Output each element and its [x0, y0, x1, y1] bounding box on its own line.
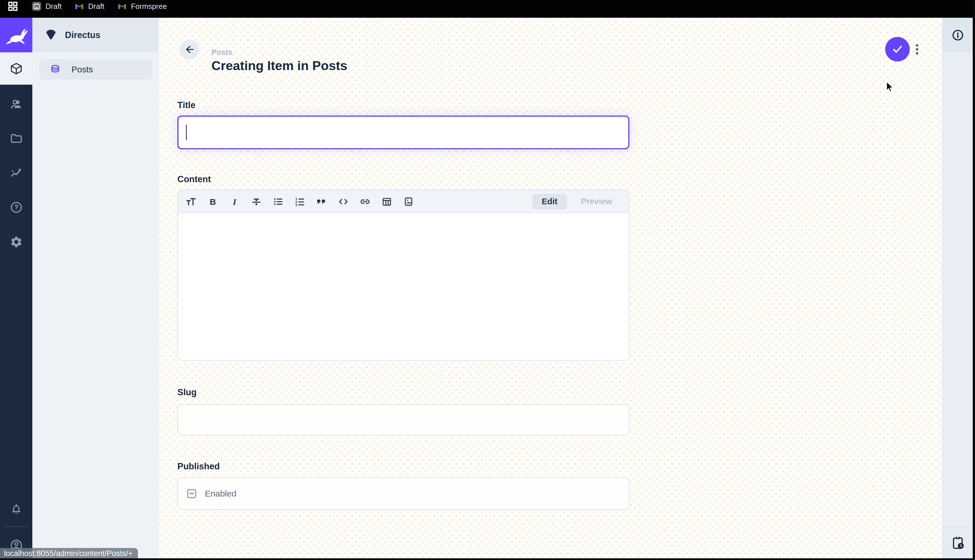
- bell-icon: [10, 503, 23, 515]
- table-icon[interactable]: [376, 190, 398, 213]
- browser-tab-label: Draft: [88, 2, 104, 11]
- content-editor-body[interactable]: [178, 214, 629, 360]
- info-icon: [952, 29, 964, 42]
- svg-text:31: 31: [35, 6, 38, 9]
- database-icon: [50, 64, 61, 75]
- right-rail-header: [943, 18, 973, 52]
- dot: [916, 48, 918, 51]
- module-bar-divider: [3, 526, 29, 527]
- bold-icon[interactable]: B: [202, 190, 224, 213]
- browser-tab-label: Formspree: [131, 2, 167, 11]
- published-checkbox-label: Enabled: [205, 489, 236, 498]
- rabbit-logo-icon: [5, 26, 28, 44]
- window-edge-bottom: [0, 558, 975, 560]
- title-input[interactable]: [177, 115, 629, 149]
- page-title: Creating Item in Posts: [212, 58, 347, 73]
- right-rail-footer: [943, 527, 973, 558]
- right-rail: [942, 18, 973, 560]
- back-button[interactable]: [180, 40, 199, 59]
- browser-tab-draft-gmail[interactable]: Draft: [75, 2, 104, 11]
- shield-icon: [44, 28, 58, 42]
- info-sidebar-button[interactable]: [952, 29, 964, 42]
- gmail-favicon: [75, 2, 84, 11]
- gmail-favicon: [118, 2, 127, 11]
- project-chooser[interactable]: Directus: [32, 18, 159, 52]
- numbered-list-icon[interactable]: 1 2 3: [289, 190, 311, 213]
- browser-tab-formspree[interactable]: Formspree: [118, 2, 167, 11]
- module-content[interactable]: [0, 52, 32, 85]
- module-docs[interactable]: ?: [0, 191, 32, 223]
- edit-mode-button[interactable]: Edit: [532, 194, 567, 209]
- preview-mode-button[interactable]: Preview: [571, 194, 622, 209]
- folder-icon: [10, 132, 23, 145]
- mouse-cursor: [886, 81, 895, 94]
- slug-input[interactable]: [177, 404, 629, 435]
- more-options-button[interactable]: [910, 42, 924, 56]
- status-url-text: localhost:8055/admin/content/Posts/+: [4, 549, 133, 558]
- minus-icon: [189, 493, 194, 494]
- italic-icon[interactable]: I: [224, 190, 245, 213]
- dot: [916, 52, 918, 55]
- browser-tab-draft-calendar[interactable]: 31 Draft: [32, 2, 62, 11]
- notifications-button[interactable]: [0, 493, 32, 525]
- breadcrumb[interactable]: Posts: [212, 48, 233, 57]
- nav-sidebar: Directus Posts: [32, 18, 159, 560]
- dot: [916, 44, 918, 47]
- slug-field-label: Slug: [177, 387, 197, 398]
- status-url-tooltip: localhost:8055/admin/content/Posts/+: [0, 548, 138, 559]
- editor-toolbar: B I 1: [178, 190, 629, 213]
- activity-sidebar-button[interactable]: [950, 535, 965, 550]
- svg-text:?: ?: [14, 203, 18, 211]
- module-settings[interactable]: [0, 226, 32, 258]
- strikethrough-icon[interactable]: [245, 190, 267, 213]
- help-icon: ?: [10, 201, 23, 214]
- published-checkbox-indeterminate[interactable]: [187, 489, 196, 498]
- gear-icon: [10, 235, 23, 248]
- content-field-label: Content: [177, 174, 211, 185]
- directus-logo[interactable]: [0, 18, 32, 52]
- box-icon: [10, 62, 23, 75]
- title-field-label: Title: [177, 100, 195, 110]
- insights-icon: [10, 167, 23, 180]
- published-field-label: Published: [177, 461, 220, 472]
- main-content: Posts Creating Item in Posts Title Conte…: [159, 18, 942, 560]
- image-icon[interactable]: [398, 190, 419, 213]
- svg-text:I: I: [233, 197, 237, 207]
- module-bar: ?: [0, 18, 32, 560]
- browser-tab-bar: 31 Draft Draft: [0, 0, 975, 18]
- text-size-icon[interactable]: [180, 190, 202, 213]
- save-button[interactable]: [885, 37, 910, 62]
- arrow-left-icon: [184, 44, 195, 55]
- people-icon: [10, 98, 23, 111]
- sidebar-item-label: Posts: [72, 65, 93, 74]
- svg-text:B: B: [210, 197, 216, 207]
- module-files[interactable]: [0, 122, 32, 155]
- window-edge-right: [973, 0, 975, 560]
- bulleted-list-icon[interactable]: [267, 190, 289, 213]
- calendar-favicon: 31: [32, 2, 41, 11]
- app-grid-icon[interactable]: [7, 1, 18, 12]
- blockquote-icon[interactable]: [311, 190, 332, 213]
- link-icon[interactable]: [354, 190, 376, 213]
- published-field: Enabled: [177, 477, 629, 510]
- project-name: Directus: [65, 30, 100, 40]
- check-icon: [891, 43, 904, 56]
- module-insights[interactable]: [0, 157, 32, 189]
- module-users[interactable]: [0, 88, 32, 120]
- clipboard-clock-icon: [950, 535, 965, 550]
- wysiwyg-editor: B I 1: [177, 190, 629, 361]
- code-icon[interactable]: [332, 190, 354, 213]
- browser-tab-label: Draft: [45, 2, 62, 11]
- sidebar-item-posts[interactable]: Posts: [40, 59, 152, 80]
- text-caret: [186, 125, 187, 140]
- svg-text:3: 3: [295, 203, 297, 207]
